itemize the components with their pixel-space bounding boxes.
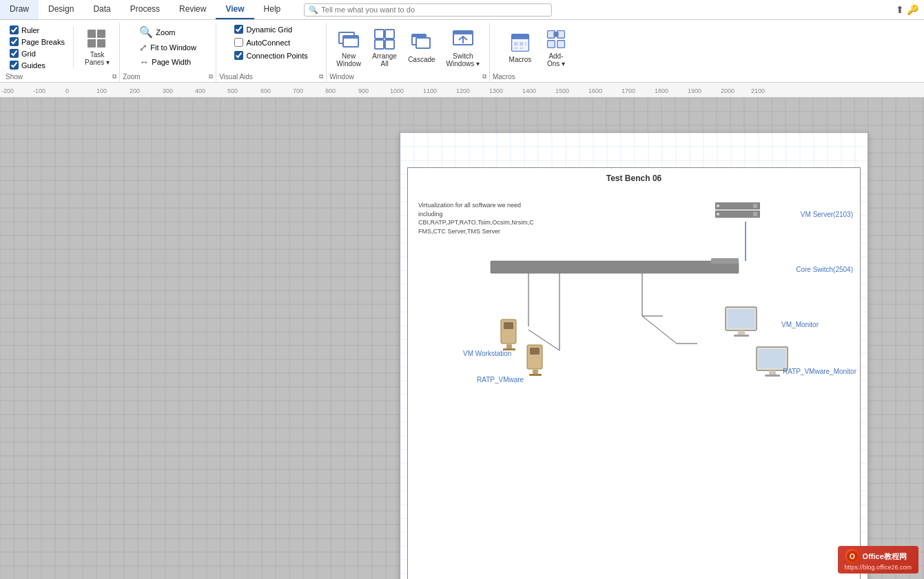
- macros-button[interactable]: Macros: [504, 29, 537, 66]
- autoconnect-item[interactable]: AutoConnect: [233, 37, 291, 48]
- show-group-label: Show ⧉: [3, 73, 119, 81]
- task-panes-button[interactable]: TaskPanes ▾: [81, 27, 114, 69]
- canvas-area[interactable]: Test Bench 06 Virtualization for all sof…: [0, 98, 924, 579]
- svg-rect-28: [753, 204, 757, 208]
- diagram-box: Test Bench 06 Virtualization for all sof…: [407, 167, 861, 579]
- ruler-mark: 1600: [588, 87, 602, 94]
- tab-process[interactable]: Process: [121, 0, 170, 19]
- collapse-icon[interactable]: 🔑: [907, 4, 918, 15]
- zoom-button[interactable]: 🔍 Zoom: [136, 24, 199, 40]
- guides-checkbox-item[interactable]: Guides: [8, 60, 66, 70]
- switch-windows-icon: [452, 28, 474, 50]
- svg-rect-25: [553, 32, 558, 36]
- arrange-all-button[interactable]: ArrangeAll: [368, 25, 401, 70]
- window-group-label: Window ⧉: [327, 73, 489, 81]
- ruler-mark: 2000: [721, 87, 735, 94]
- ruler-checkbox[interactable]: [10, 25, 19, 34]
- svg-rect-3: [375, 30, 384, 39]
- grid-label: Grid: [21, 50, 36, 58]
- ruler-mark: 900: [358, 87, 369, 94]
- grid-checkbox[interactable]: [10, 49, 19, 58]
- ruler-checkbox-item[interactable]: Ruler: [8, 25, 66, 35]
- add-ons-icon: [545, 28, 567, 50]
- tab-help[interactable]: Help: [254, 0, 291, 19]
- ruler-mark: 400: [195, 87, 205, 94]
- ribbon-group-show: Ruler Page Breaks Grid Guides: [3, 23, 120, 82]
- dynamic-grid-checkbox[interactable]: [234, 25, 243, 34]
- connection-points-checkbox[interactable]: [234, 51, 243, 60]
- vm-workstation-device: [497, 318, 522, 353]
- vm-server-device: [715, 202, 760, 224]
- arrange-all-icon: [373, 28, 396, 50]
- window-expand-icon[interactable]: ⧉: [482, 73, 486, 81]
- ruler-mark: -100: [33, 87, 45, 94]
- dynamic-grid-item[interactable]: Dynamic Grid: [233, 24, 294, 34]
- page-width-button[interactable]: ↔ Page Width: [136, 55, 199, 69]
- svg-rect-16: [514, 42, 517, 45]
- svg-rect-6: [385, 40, 394, 49]
- show-expand-icon[interactable]: ⧉: [112, 73, 116, 81]
- svg-rect-43: [504, 322, 513, 329]
- vm-monitor-label: VM_Monitor: [781, 321, 819, 328]
- tab-view[interactable]: View: [216, 0, 254, 19]
- ruler-mark: -200: [1, 87, 14, 94]
- share-icon[interactable]: ⬆: [896, 4, 904, 15]
- cascade-icon: [411, 32, 433, 54]
- guides-checkbox[interactable]: [10, 61, 19, 70]
- svg-point-30: [717, 204, 719, 207]
- ruler-mark: 500: [227, 87, 238, 94]
- tab-data[interactable]: Data: [83, 0, 120, 19]
- ribbon: Draw Design Data Process Review View Hel…: [0, 0, 924, 83]
- ruler-mark: 0: [65, 87, 69, 94]
- switch-windows-button[interactable]: SwitchWindows ▾: [442, 25, 484, 70]
- ruler-mark: 100: [96, 87, 107, 94]
- fit-to-window-icon: ⤢: [139, 42, 147, 53]
- autoconnect-checkbox[interactable]: [234, 38, 243, 47]
- switch-windows-label: SwitchWindows ▾: [446, 52, 480, 67]
- ratp-vmware-label: RATP_VMware: [477, 376, 524, 383]
- ruler-mark: 1000: [390, 87, 404, 94]
- svg-rect-11: [453, 31, 473, 34]
- add-ons-button[interactable]: Add-Ons ▾: [540, 25, 573, 70]
- svg-rect-18: [525, 42, 526, 45]
- ribbon-top-right: ⬆ 🔑: [896, 0, 924, 19]
- grid-checkbox-item[interactable]: Grid: [8, 48, 66, 59]
- desc-line2: CBI,RATP,JPT,RATO,Tsim,Ocsim,Nrsim,C: [418, 219, 534, 226]
- ruler-mark: 600: [260, 87, 271, 94]
- desc-line3: FMS,CTC Server,TMS Server: [418, 228, 500, 235]
- svg-rect-9: [412, 34, 426, 37]
- search-bar[interactable]: 🔍 Tell me what you want to do: [304, 3, 552, 17]
- ratp-monitor-device: [755, 346, 791, 381]
- new-window-button[interactable]: NewWindow: [332, 25, 365, 70]
- cascade-button[interactable]: Cascade: [404, 29, 439, 66]
- connection-points-item[interactable]: Connection Points: [233, 50, 309, 61]
- svg-point-31: [717, 213, 719, 215]
- tab-review[interactable]: Review: [170, 0, 216, 19]
- macros-icon: [509, 32, 531, 54]
- ribbon-group-macros: Macros Add-Ons ▾ Macros: [490, 23, 586, 82]
- page-breaks-checkbox-item[interactable]: Page Breaks: [8, 36, 66, 47]
- page-inner: Test Bench 06 Virtualization for all sof…: [400, 132, 868, 579]
- ratp-vmware-device: [524, 344, 548, 379]
- visual-aids-expand-icon[interactable]: ⧉: [319, 73, 323, 81]
- fit-to-window-button[interactable]: ⤢ Fit to Window: [136, 41, 199, 54]
- vm-monitor-icon: [724, 306, 760, 339]
- tab-design[interactable]: Design: [39, 0, 83, 19]
- ruler-mark: 1700: [622, 87, 635, 94]
- svg-rect-2: [343, 36, 358, 39]
- ruler-mark: 1500: [555, 87, 569, 94]
- add-ons-label: Add-Ons ▾: [547, 52, 565, 67]
- svg-rect-49: [529, 374, 542, 376]
- vm-workstation-icon: [497, 318, 522, 351]
- tab-draw[interactable]: Draw: [0, 0, 39, 19]
- page-width-icon: ↔: [139, 56, 149, 67]
- vm-server-label: VM Server(2103): [801, 211, 853, 218]
- page-breaks-checkbox[interactable]: [10, 37, 19, 46]
- vm-workstation-label: VM Workstation: [463, 350, 511, 357]
- ruler-mark: 800: [325, 87, 336, 94]
- svg-rect-17: [520, 42, 523, 45]
- zoom-expand-icon[interactable]: ⧉: [209, 73, 213, 81]
- office-url: https://blog.office26.com: [845, 564, 912, 571]
- ruler-mark: 300: [163, 87, 173, 94]
- ribbon-tab-bar: Draw Design Data Process Review View Hel…: [0, 0, 924, 20]
